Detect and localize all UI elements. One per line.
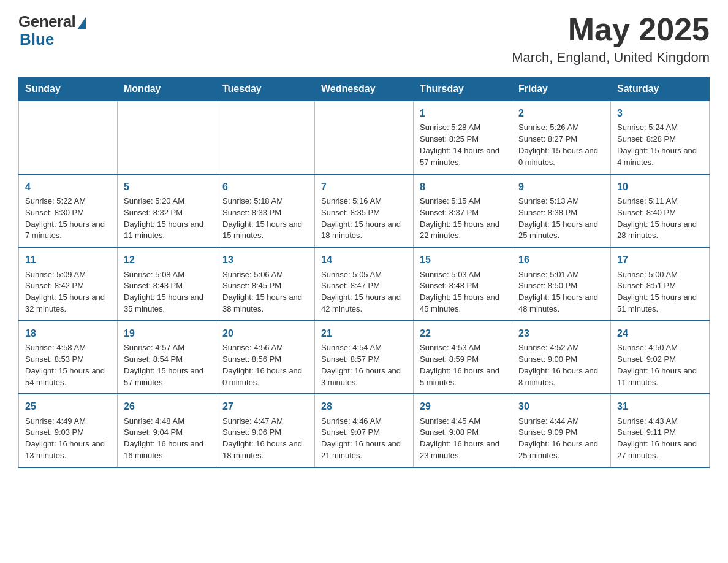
day-cell-2-5: 16Sunrise: 5:01 AM Sunset: 8:50 PM Dayli… — [512, 247, 611, 321]
col-thursday: Thursday — [414, 77, 512, 101]
day-cell-2-0: 11Sunrise: 5:09 AM Sunset: 8:42 PM Dayli… — [19, 247, 118, 321]
day-number: 23 — [518, 326, 604, 340]
day-info: Sunrise: 5:01 AM Sunset: 8:50 PM Dayligh… — [518, 269, 604, 315]
col-sunday: Sunday — [19, 77, 118, 101]
day-cell-0-6: 3Sunrise: 5:24 AM Sunset: 8:28 PM Daylig… — [611, 101, 710, 174]
day-info: Sunrise: 5:28 AM Sunset: 8:25 PM Dayligh… — [420, 122, 506, 168]
day-cell-4-3: 28Sunrise: 4:46 AM Sunset: 9:07 PM Dayli… — [315, 394, 414, 467]
day-info: Sunrise: 4:57 AM Sunset: 8:54 PM Dayligh… — [124, 342, 210, 388]
week-row-3: 11Sunrise: 5:09 AM Sunset: 8:42 PM Dayli… — [19, 247, 710, 321]
day-cell-3-5: 23Sunrise: 4:52 AM Sunset: 9:00 PM Dayli… — [512, 321, 611, 394]
day-number: 29 — [420, 399, 506, 413]
day-info: Sunrise: 5:24 AM Sunset: 8:28 PM Dayligh… — [617, 122, 703, 168]
day-cell-2-4: 15Sunrise: 5:03 AM Sunset: 8:48 PM Dayli… — [414, 247, 512, 321]
day-number: 9 — [518, 180, 604, 194]
logo: General Blue — [18, 12, 86, 47]
day-number: 4 — [25, 180, 111, 194]
day-info: Sunrise: 5:00 AM Sunset: 8:51 PM Dayligh… — [617, 269, 703, 315]
day-number: 21 — [321, 326, 407, 340]
day-number: 6 — [222, 180, 308, 194]
day-info: Sunrise: 5:26 AM Sunset: 8:27 PM Dayligh… — [518, 122, 604, 168]
day-info: Sunrise: 4:46 AM Sunset: 9:07 PM Dayligh… — [321, 416, 407, 462]
day-info: Sunrise: 4:56 AM Sunset: 8:56 PM Dayligh… — [222, 342, 308, 388]
day-number: 19 — [124, 326, 210, 340]
day-number: 30 — [518, 399, 604, 413]
day-cell-0-4: 1Sunrise: 5:28 AM Sunset: 8:25 PM Daylig… — [414, 101, 512, 174]
day-number: 8 — [420, 180, 506, 194]
day-cell-1-4: 8Sunrise: 5:15 AM Sunset: 8:37 PM Daylig… — [414, 174, 512, 248]
day-cell-4-1: 26Sunrise: 4:48 AM Sunset: 9:04 PM Dayli… — [118, 394, 216, 467]
day-number: 3 — [617, 106, 703, 120]
day-info: Sunrise: 4:47 AM Sunset: 9:06 PM Dayligh… — [222, 416, 308, 462]
day-cell-1-5: 9Sunrise: 5:13 AM Sunset: 8:38 PM Daylig… — [512, 174, 611, 248]
day-cell-1-0: 4Sunrise: 5:22 AM Sunset: 8:30 PM Daylig… — [19, 174, 118, 248]
day-cell-3-2: 20Sunrise: 4:56 AM Sunset: 8:56 PM Dayli… — [216, 321, 315, 394]
day-number: 14 — [321, 253, 407, 267]
day-number: 13 — [222, 253, 308, 267]
day-info: Sunrise: 4:45 AM Sunset: 9:08 PM Dayligh… — [420, 416, 506, 462]
day-info: Sunrise: 5:15 AM Sunset: 8:37 PM Dayligh… — [420, 196, 506, 242]
week-row-2: 4Sunrise: 5:22 AM Sunset: 8:30 PM Daylig… — [19, 174, 710, 248]
day-info: Sunrise: 5:16 AM Sunset: 8:35 PM Dayligh… — [321, 196, 407, 242]
day-number: 1 — [420, 106, 506, 120]
day-cell-3-6: 24Sunrise: 4:50 AM Sunset: 9:02 PM Dayli… — [611, 321, 710, 394]
day-cell-1-2: 6Sunrise: 5:18 AM Sunset: 8:33 PM Daylig… — [216, 174, 315, 248]
day-info: Sunrise: 4:43 AM Sunset: 9:11 PM Dayligh… — [617, 416, 703, 462]
col-saturday: Saturday — [611, 77, 710, 101]
logo-general-text: General — [18, 12, 75, 31]
day-number: 28 — [321, 399, 407, 413]
day-number: 12 — [124, 253, 210, 267]
day-info: Sunrise: 4:52 AM Sunset: 9:00 PM Dayligh… — [518, 342, 604, 388]
calendar-table: Sunday Monday Tuesday Wednesday Thursday… — [18, 77, 710, 468]
day-cell-2-2: 13Sunrise: 5:06 AM Sunset: 8:45 PM Dayli… — [216, 247, 315, 321]
col-wednesday: Wednesday — [315, 77, 414, 101]
day-info: Sunrise: 5:09 AM Sunset: 8:42 PM Dayligh… — [25, 269, 111, 315]
day-cell-2-6: 17Sunrise: 5:00 AM Sunset: 8:51 PM Dayli… — [611, 247, 710, 321]
col-tuesday: Tuesday — [216, 77, 315, 101]
day-cell-1-3: 7Sunrise: 5:16 AM Sunset: 8:35 PM Daylig… — [315, 174, 414, 248]
col-friday: Friday — [512, 77, 611, 101]
day-cell-3-4: 22Sunrise: 4:53 AM Sunset: 8:59 PM Dayli… — [414, 321, 512, 394]
col-monday: Monday — [118, 77, 216, 101]
day-cell-3-0: 18Sunrise: 4:58 AM Sunset: 8:53 PM Dayli… — [19, 321, 118, 394]
day-number: 2 — [518, 106, 604, 120]
calendar-location: March, England, United Kingdom — [512, 50, 710, 66]
day-cell-4-2: 27Sunrise: 4:47 AM Sunset: 9:06 PM Dayli… — [216, 394, 315, 467]
day-info: Sunrise: 4:50 AM Sunset: 9:02 PM Dayligh… — [617, 342, 703, 388]
day-number: 20 — [222, 326, 308, 340]
day-cell-0-1 — [118, 101, 216, 174]
day-number: 16 — [518, 253, 604, 267]
day-number: 24 — [617, 326, 703, 340]
day-cell-4-5: 30Sunrise: 4:44 AM Sunset: 9:09 PM Dayli… — [512, 394, 611, 467]
day-info: Sunrise: 5:11 AM Sunset: 8:40 PM Dayligh… — [617, 196, 703, 242]
day-number: 15 — [420, 253, 506, 267]
day-cell-2-3: 14Sunrise: 5:05 AM Sunset: 8:47 PM Dayli… — [315, 247, 414, 321]
day-number: 18 — [25, 326, 111, 340]
day-info: Sunrise: 4:48 AM Sunset: 9:04 PM Dayligh… — [124, 416, 210, 462]
day-info: Sunrise: 5:18 AM Sunset: 8:33 PM Dayligh… — [222, 196, 308, 242]
day-info: Sunrise: 5:08 AM Sunset: 8:43 PM Dayligh… — [124, 269, 210, 315]
day-info: Sunrise: 4:58 AM Sunset: 8:53 PM Dayligh… — [25, 342, 111, 388]
day-info: Sunrise: 4:49 AM Sunset: 9:03 PM Dayligh… — [25, 416, 111, 462]
day-cell-0-3 — [315, 101, 414, 174]
week-row-1: 1Sunrise: 5:28 AM Sunset: 8:25 PM Daylig… — [19, 101, 710, 174]
day-number: 31 — [617, 399, 703, 413]
day-info: Sunrise: 5:20 AM Sunset: 8:32 PM Dayligh… — [124, 196, 210, 242]
day-cell-3-1: 19Sunrise: 4:57 AM Sunset: 8:54 PM Dayli… — [118, 321, 216, 394]
day-cell-3-3: 21Sunrise: 4:54 AM Sunset: 8:57 PM Dayli… — [315, 321, 414, 394]
day-info: Sunrise: 5:06 AM Sunset: 8:45 PM Dayligh… — [222, 269, 308, 315]
day-number: 10 — [617, 180, 703, 194]
logo-triangle-icon — [77, 17, 86, 29]
calendar-title: May 2025 — [512, 12, 710, 47]
week-row-4: 18Sunrise: 4:58 AM Sunset: 8:53 PM Dayli… — [19, 321, 710, 394]
day-info: Sunrise: 4:53 AM Sunset: 8:59 PM Dayligh… — [420, 342, 506, 388]
day-cell-4-4: 29Sunrise: 4:45 AM Sunset: 9:08 PM Dayli… — [414, 394, 512, 467]
day-number: 25 — [25, 399, 111, 413]
day-cell-0-2 — [216, 101, 315, 174]
title-block: May 2025 March, England, United Kingdom — [512, 12, 710, 66]
week-row-5: 25Sunrise: 4:49 AM Sunset: 9:03 PM Dayli… — [19, 394, 710, 467]
day-info: Sunrise: 5:22 AM Sunset: 8:30 PM Dayligh… — [25, 196, 111, 242]
calendar-header-row: Sunday Monday Tuesday Wednesday Thursday… — [19, 77, 710, 101]
page-header: General Blue May 2025 March, England, Un… — [18, 12, 710, 66]
day-number: 11 — [25, 253, 111, 267]
